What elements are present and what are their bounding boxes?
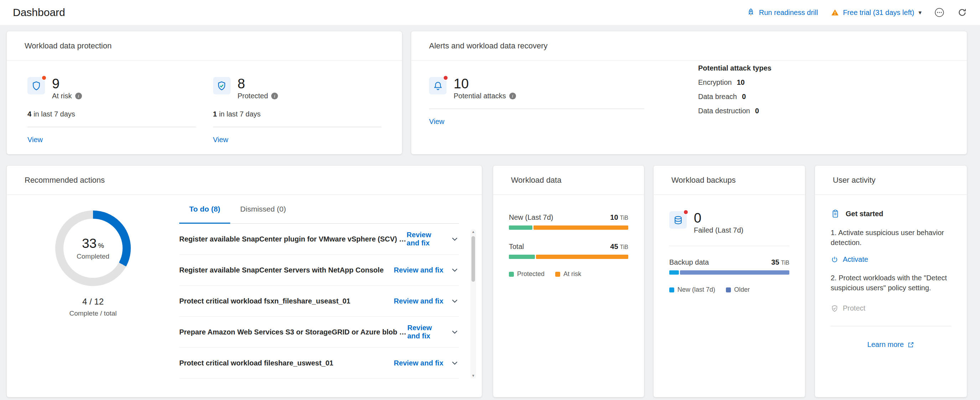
scroll-up-arrow[interactable]: ▲: [471, 230, 475, 234]
get-started-label: Get started: [846, 210, 883, 218]
workload-data-protection-card: Workload data protection 9 At risk i: [7, 31, 402, 154]
action-title: Protect critical workload fileshare_uswe…: [179, 359, 333, 367]
attack-types-panel: Potential attack types Encryption10 Data…: [698, 64, 772, 115]
expand-chevron-icon[interactable]: [450, 359, 459, 367]
action-row: Register available SnapCenter Servers wi…: [179, 255, 459, 286]
step1-text: 1. Activate suspicious user behavior det…: [831, 228, 951, 248]
refresh-button[interactable]: [957, 8, 967, 17]
more-options-button[interactable]: [934, 8, 944, 17]
at-risk-recent: 4in last 7 days: [27, 110, 196, 118]
divider: [213, 127, 382, 127]
older-backup-segment: [680, 270, 789, 275]
failed-label: Failed (Last 7d): [694, 226, 743, 234]
shield-at-risk-icon: [27, 77, 45, 94]
warning-icon: [831, 8, 839, 17]
info-icon[interactable]: i: [75, 93, 82, 99]
card-title: Alerts and workload data recovery: [411, 31, 967, 60]
new-backup-segment: [669, 270, 679, 275]
protect-label: Protect: [843, 304, 865, 313]
alert-badge-dot: [683, 210, 689, 215]
workload-protection-body: 9 At risk i 4in last 7 days View: [7, 60, 402, 144]
review-and-fix-link[interactable]: Review and fix: [407, 231, 443, 247]
run-readiness-drill-label: Run readiness drill: [759, 8, 818, 17]
protect-button[interactable]: Protect: [831, 304, 951, 313]
expand-chevron-icon[interactable]: [450, 297, 459, 305]
at-risk-segment: [536, 255, 628, 259]
external-link-icon: [907, 341, 915, 348]
get-started-row: Get started: [831, 209, 951, 218]
info-icon[interactable]: i: [509, 93, 516, 99]
action-title: Register available SnapCenter plugin for…: [179, 235, 407, 243]
new-data-label: New (Last 7d): [509, 213, 554, 222]
completion-donut: 33% Completed: [55, 211, 131, 286]
backup-data-row: Backup data 35TiB: [669, 258, 789, 267]
expand-chevron-icon[interactable]: [450, 328, 459, 336]
new-data-row: New (Last 7d) 10TiB: [509, 213, 628, 222]
activate-button[interactable]: Activate: [831, 256, 951, 263]
protected-recent: 1in last 7 days: [213, 110, 382, 118]
review-and-fix-link[interactable]: Review and fix: [394, 359, 443, 367]
protected-count: 8: [238, 77, 278, 90]
total-data-row: Total 45TiB: [509, 243, 628, 251]
tab-dismissed[interactable]: Dismissed (0): [230, 195, 296, 223]
at-risk-view-link[interactable]: View: [27, 136, 43, 144]
protected-swatch: [509, 272, 514, 277]
failed-count: 0: [694, 211, 743, 225]
total-data-label: Total: [509, 243, 524, 251]
potential-attacks-label: Potential attacks: [453, 92, 506, 100]
list-scrollbar[interactable]: ▲ ▼: [470, 229, 476, 379]
page-title: Dashboard: [13, 6, 65, 19]
card-title: Workload data protection: [7, 31, 402, 60]
learn-more-label: Learn more: [867, 341, 904, 349]
alerts-body: 10 Potential attacks i View Potential at…: [411, 60, 967, 126]
alerts-recovery-card: Alerts and workload data recovery 10 Pot…: [411, 31, 967, 154]
card-title: User activity: [815, 166, 967, 195]
review-and-fix-link[interactable]: Review and fix: [407, 324, 443, 340]
tab-todo[interactable]: To do (8): [179, 195, 230, 223]
protected-view-link[interactable]: View: [213, 136, 228, 144]
protected-segment: [509, 225, 532, 230]
backup-icon: [669, 211, 687, 229]
total-data-bar: [509, 255, 628, 259]
topbar-actions: Run readiness drill Free trial (31 days …: [746, 8, 967, 17]
shield-check-icon: [831, 305, 838, 313]
completion-summary: 33% Completed 4 / 12 Complete / total: [7, 195, 179, 397]
workload-data-legend: Protected At risk: [509, 270, 628, 278]
expand-chevron-icon[interactable]: [450, 235, 459, 243]
learn-more-link[interactable]: Learn more: [831, 341, 951, 349]
attack-type-row: Data breach0: [698, 93, 772, 101]
review-and-fix-link[interactable]: Review and fix: [394, 297, 443, 305]
clipboard-icon: [831, 209, 840, 218]
scrollbar-thumb[interactable]: [471, 236, 475, 282]
power-icon: [831, 256, 838, 263]
attack-type-row: Encryption10: [698, 78, 772, 87]
at-risk-count: 9: [52, 77, 82, 90]
review-and-fix-link[interactable]: Review and fix: [394, 266, 443, 274]
at-risk-stat: 9 At risk i 4in last 7 days View: [27, 77, 196, 144]
workload-backups-card: Workload backups 0 Failed (Last 7d) Back…: [654, 166, 805, 397]
divider: [27, 127, 196, 127]
shield-protected-icon: [213, 77, 231, 94]
free-trial-dropdown[interactable]: Free trial (31 days left) ▾: [831, 8, 921, 17]
protected-stat: 8 Protected i 1in last 7 days View: [213, 77, 382, 144]
action-row: Register available SnapCenter plugin for…: [179, 224, 459, 255]
expand-chevron-icon[interactable]: [450, 266, 459, 274]
potential-attacks-icon: [429, 77, 447, 94]
chevron-down-icon: ▾: [918, 9, 921, 16]
new-data-bar: [509, 225, 628, 230]
at-risk-label: At risk: [52, 92, 72, 100]
action-title: Register available SnapCenter Servers wi…: [179, 266, 384, 274]
run-readiness-drill-link[interactable]: Run readiness drill: [746, 8, 818, 17]
divider: [669, 246, 789, 246]
step2-text: 2. Protect workloads with the "Detect su…: [831, 273, 951, 293]
attacks-view-link[interactable]: View: [429, 117, 444, 126]
alert-badge-dot: [41, 75, 47, 81]
info-icon[interactable]: i: [271, 93, 278, 99]
scroll-down-arrow[interactable]: ▼: [471, 374, 475, 378]
free-trial-label: Free trial (31 days left): [843, 8, 914, 17]
protected-label: Protected: [238, 92, 268, 100]
workload-data-card: Workload data New (Last 7d) 10TiB Total …: [493, 166, 644, 397]
protected-segment: [509, 255, 535, 259]
action-row: Protect critical workload fsxn_fileshare…: [179, 286, 459, 317]
action-title: Prepare Amazon Web Services S3 or Storag…: [179, 328, 407, 336]
